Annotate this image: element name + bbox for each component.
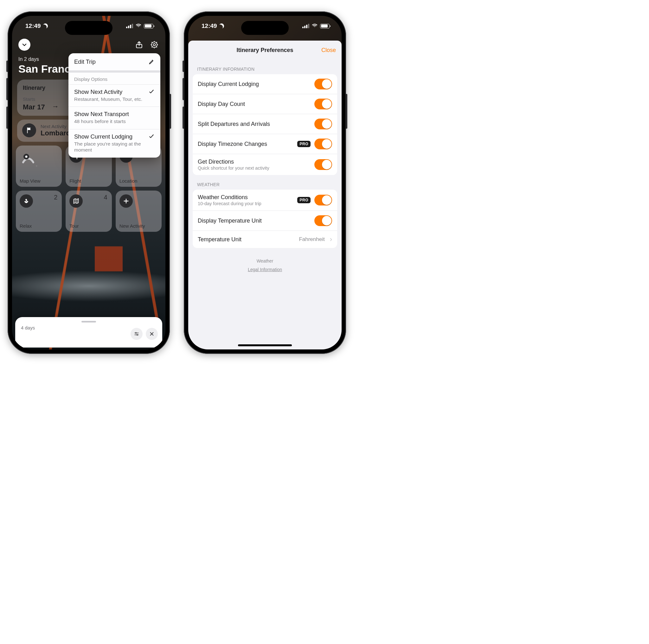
home-indicator[interactable] — [238, 345, 292, 346]
pref-label: Display Timezone Changes — [198, 141, 294, 148]
pref-label: Display Temperature Unit — [198, 217, 310, 224]
pref-label: Split Departures and Arrivals — [198, 121, 310, 127]
menu-item-show-next-transport[interactable]: Show Next Transport 48 hours before it s… — [69, 107, 160, 129]
weather-attribution-footer: Weather Legal Information — [188, 257, 342, 274]
menu-item-subtitle: The place you're staying at the moment — [74, 141, 144, 153]
toggle-switch[interactable] — [314, 159, 332, 170]
pref-subtitle: Quick shortcut for your next activity — [198, 165, 310, 171]
tile-label: Location — [120, 178, 158, 184]
tile-new-activity[interactable]: New Activity — [116, 191, 162, 232]
cellular-signal-icon — [126, 24, 133, 28]
pref-display-current-lodging[interactable]: Display Current Lodging — [193, 74, 337, 94]
screen-itinerary: 12:49 In 2 days San — [12, 16, 165, 350]
list-itinerary-info: Display Current Lodging Display Day Coun… — [193, 74, 337, 175]
toggle-switch[interactable] — [314, 79, 332, 89]
menu-item-label: Edit Trip — [74, 58, 96, 65]
arrow-right-icon: → — [52, 103, 59, 111]
section-header-itinerary: Itinerary Information — [188, 59, 342, 74]
tile-count: 4 — [104, 194, 107, 201]
toggle-switch[interactable] — [314, 98, 332, 109]
pref-subtitle: 10-day forecast during your trip — [198, 201, 294, 206]
pref-value: Fahrenheit — [299, 236, 324, 243]
preferences-sheet: Itinerary Preferences Close Itinerary In… — [188, 41, 342, 350]
status-time: 12:49 — [202, 23, 217, 30]
status-time: 12:49 — [25, 23, 41, 30]
battery-icon — [320, 24, 330, 29]
tile-label: Relax — [19, 223, 58, 229]
pref-display-temperature-unit[interactable]: Display Temperature Unit — [193, 210, 337, 231]
pref-temperature-unit[interactable]: Temperature Unit Fahrenheit › — [193, 231, 337, 248]
tile-tour[interactable]: 4 Tour — [66, 191, 112, 232]
share-icon — [135, 41, 143, 49]
tile-relax[interactable]: 2 Relax — [16, 191, 62, 232]
starts-label: Starts — [23, 96, 45, 102]
menu-section-header: Display Options — [69, 73, 160, 84]
menu-item-title: Show Next Transport — [74, 111, 144, 118]
display-options-popover: Edit Trip Display Options Show Next Acti… — [69, 53, 160, 158]
x-icon — [149, 331, 155, 337]
spa-lotus-icon — [19, 194, 33, 208]
activity-tiles: Map View Flight 4 Location 2 Relax 4 Tou… — [16, 146, 162, 232]
pref-label: Temperature Unit — [198, 236, 295, 243]
wifi-icon — [311, 24, 318, 28]
pref-get-directions[interactable]: Get Directions Quick shortcut for your n… — [193, 154, 337, 175]
close-sheet-button[interactable] — [146, 328, 158, 340]
pref-display-timezone-changes[interactable]: Display Timezone Changes PRO — [193, 134, 337, 154]
dynamic-island — [65, 21, 113, 35]
map-pin-icon — [19, 149, 37, 166]
starts-value: Mar 17 — [23, 103, 45, 111]
pref-label: Display Day Count — [198, 101, 310, 108]
chevron-down-icon — [21, 42, 27, 48]
footer-brand: Weather — [257, 258, 273, 264]
bottom-sheet[interactable]: 4 days Itinerary — [15, 317, 162, 348]
wifi-icon — [135, 24, 142, 28]
menu-item-edit-trip[interactable]: Edit Trip — [69, 53, 160, 70]
filters-button[interactable] — [131, 328, 143, 340]
tile-label: Map View — [19, 178, 58, 184]
menu-item-title: Show Next Activity — [74, 88, 144, 95]
menu-item-subtitle: 48 hours before it starts — [74, 118, 144, 124]
tile-label: Flight — [70, 178, 108, 184]
svg-point-6 — [137, 334, 138, 335]
gear-icon — [150, 41, 159, 49]
menu-item-show-current-lodging[interactable]: Show Current Lodging The place you're st… — [69, 129, 160, 158]
toggle-switch[interactable] — [314, 119, 332, 129]
plus-icon — [120, 194, 133, 208]
flag-pin-icon — [22, 123, 36, 137]
grabber[interactable] — [81, 321, 96, 322]
sheet-nav-bar: Itinerary Preferences Close — [188, 41, 342, 59]
tile-count: 2 — [54, 194, 57, 201]
tile-map-view[interactable]: Map View — [16, 146, 62, 187]
checkmark-icon — [148, 88, 155, 95]
home-indicator[interactable] — [62, 345, 116, 346]
pref-weather-conditions[interactable]: Weather Conditions 10-day forecast durin… — [193, 190, 337, 210]
svg-point-5 — [135, 332, 136, 333]
section-header-weather: Weather — [188, 175, 342, 190]
collapse-button[interactable] — [18, 39, 31, 51]
tile-label: New Activity — [120, 223, 158, 229]
pref-display-day-count[interactable]: Display Day Count — [193, 94, 337, 114]
dynamic-island — [241, 21, 289, 35]
share-button[interactable] — [135, 41, 143, 50]
list-weather: Weather Conditions 10-day forecast durin… — [193, 190, 337, 248]
menu-item-show-next-activity[interactable]: Show Next Activity Restaurant, Museum, T… — [69, 84, 160, 107]
menu-item-subtitle: Restaurant, Museum, Tour, etc. — [74, 96, 144, 102]
device-right: 12:49 Itinerary Preferences Close Itiner… — [184, 11, 346, 354]
toggle-switch[interactable] — [314, 138, 332, 149]
settings-button[interactable] — [150, 41, 159, 50]
pref-split-departures-arrivals[interactable]: Split Departures and Arrivals — [193, 114, 337, 134]
close-button[interactable]: Close — [321, 47, 336, 53]
legal-information-link[interactable]: Legal Information — [188, 266, 342, 274]
battery-icon — [144, 24, 154, 29]
sliders-icon — [134, 331, 139, 337]
toggle-switch[interactable] — [314, 195, 332, 205]
pencil-icon — [148, 59, 155, 65]
tile-label: Tour — [70, 223, 108, 229]
dnd-moon-icon — [42, 23, 49, 30]
pref-label: Get Directions — [198, 159, 310, 165]
toggle-switch[interactable] — [314, 215, 332, 226]
pref-label: Weather Conditions — [198, 194, 294, 201]
menu-item-title: Show Current Lodging — [74, 133, 144, 140]
svg-point-2 — [154, 44, 156, 46]
sheet-title: Itinerary Preferences — [236, 47, 293, 53]
